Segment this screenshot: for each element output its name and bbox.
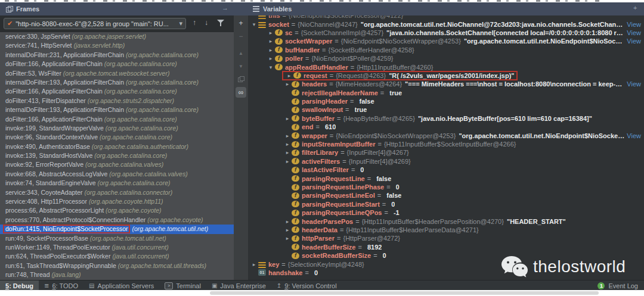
- tree-expand-icon[interactable]: ▸: [285, 73, 293, 79]
- stack-frame-row[interactable]: doFilter:166, ApplicationFilterChain (or…: [0, 60, 234, 68]
- tree-expand-icon[interactable]: ▸: [267, 30, 275, 36]
- stack-frame-row[interactable]: doFilter:166, ApplicationFilterChain (or…: [0, 115, 234, 124]
- statusbar-toolwindow-button[interactable]: ≣ 6: TODO: [39, 281, 83, 290]
- stack-frame-row[interactable]: internalDoFilter:231, ApplicationFilterC…: [0, 51, 234, 60]
- add-watch-button[interactable]: +: [236, 18, 246, 29]
- stack-frame-row[interactable]: invoke:668, AbstractAccessLogValve (org.…: [0, 170, 234, 179]
- next-frame-button[interactable]: ↓: [202, 18, 211, 27]
- variable-row[interactable]: ▸ f headers = {MimeHeaders@4264} "=== Mi…: [248, 80, 644, 88]
- statusbar-toolwindow-button[interactable]: ▤ Application Servers: [83, 281, 159, 290]
- tree-expand-icon[interactable]: ▸: [250, 261, 258, 267]
- stack-frame-row[interactable]: doRun:1415, NioEndpoint$SocketProcessor …: [0, 225, 234, 233]
- tree-expand-icon[interactable]: ▸: [283, 158, 292, 164]
- stack-frame-row[interactable]: run:61, TaskThread$WrappingRunnable (org…: [0, 261, 234, 270]
- frames-float-icon[interactable]: →: [222, 4, 228, 11]
- stack-frame-row[interactable]: run:49, SocketProcessorBase (org.apache.…: [0, 234, 234, 243]
- tree-expand-icon[interactable]: ▸: [283, 81, 292, 87]
- variables-float-icon[interactable]: +: [633, 4, 637, 11]
- stack-frame-row[interactable]: service:741, HttpServlet (javax.servlet.…: [0, 41, 234, 50]
- variable-row[interactable]: f parsingRequestLineEol = false: [248, 191, 644, 200]
- variable-row[interactable]: ▸ f wrapper = {NioEndpoint$NioSocketWrap…: [248, 131, 644, 139]
- tree-expand-icon[interactable]: ▾: [250, 21, 258, 27]
- variable-row[interactable]: ▸ f poller = {NioEndpoint$Poller@4259}: [248, 54, 644, 63]
- stack-frame-row[interactable]: invoke:74, StandardEngineValve (org.apac…: [0, 179, 234, 188]
- move-up-button[interactable]: ▲: [236, 48, 246, 58]
- variable-row[interactable]: ▾ socket = {NioChannel@4247} "org.apache…: [248, 20, 644, 28]
- tree-expand-icon[interactable]: ▸: [283, 133, 292, 139]
- variable-row[interactable]: ▸ f socketWrapper = {NioEndpoint$NioSock…: [248, 37, 644, 45]
- variable-row[interactable]: ▸ f httpParser = {HttpParser@4272}: [248, 234, 644, 242]
- stack-frame-row[interactable]: service:408, Http11Processor (org.apache…: [0, 197, 234, 206]
- tree-expand-icon[interactable]: ▸: [283, 141, 292, 147]
- variable-row[interactable]: f lastActiveFilter = 0: [248, 166, 644, 174]
- view-link[interactable]: View: [624, 21, 644, 28]
- stack-frame-row[interactable]: run:624, ThreadPoolExecutor$Worker (java…: [0, 252, 234, 261]
- filter-frames-icon[interactable]: [217, 20, 224, 26]
- variable-row[interactable]: ▸ f filterLibrary = {InputFilter[4]@4267…: [248, 148, 644, 157]
- variable-row[interactable]: ▸ f inputStreamInputBuffer = {Http11Inpu…: [248, 140, 644, 148]
- statusbar-toolwindow-button[interactable]: ▣ Java Enterprise: [206, 281, 271, 290]
- tree-expand-icon[interactable]: ▸: [267, 55, 275, 61]
- tree-expand-icon[interactable]: ▸: [283, 116, 292, 121]
- event-log-area[interactable]: 1 Event Log: [597, 282, 644, 289]
- statusbar-toolwindow-button[interactable]: ↥ 9: Version Control: [271, 281, 342, 290]
- view-link[interactable]: View: [624, 132, 644, 139]
- tree-expand-icon[interactable]: ▸: [283, 227, 292, 233]
- view-link[interactable]: View: [624, 29, 644, 36]
- stack-frame-row[interactable]: service:330, JspServlet (org.apache.jasp…: [0, 32, 234, 41]
- tree-expand-icon[interactable]: ▾: [267, 64, 275, 70]
- variable-row[interactable]: f parsingRequestLine = false: [248, 174, 644, 182]
- variable-value: false: [376, 175, 391, 182]
- stack-frame-row[interactable]: invoke:139, StandardHostValve (org.apach…: [0, 151, 234, 160]
- variable-row-content: f parsingRequestLineStart = 0: [283, 201, 644, 208]
- variable-row[interactable]: ▸ f activeFilters = {InputFilter[4]@4269…: [248, 157, 644, 166]
- remove-watch-button[interactable]: −: [236, 31, 246, 42]
- variable-row[interactable]: ▸ f byteBuffer = {HeapByteBuffer@4265} "…: [248, 114, 644, 123]
- stack-frame-row[interactable]: process:66, AbstractProcessorLight (org.…: [0, 206, 234, 215]
- stack-frame-row[interactable]: internalDoFilter:193, ApplicationFilterC…: [0, 78, 234, 87]
- variable-row[interactable]: ▸ f bufHandler = {SocketBufferHandler@42…: [248, 46, 644, 54]
- variable-row[interactable]: f parsingRequestLineStart = 0: [248, 200, 644, 208]
- variable-row[interactable]: f parsingRequestLinePhase = 0: [248, 183, 644, 191]
- variable-row[interactable]: ▸ f headerParsePos = {Http11InputBuffer$…: [248, 217, 644, 225]
- variable-row[interactable]: ▸ f sc = {SocketChannelImpl@4257} "java.…: [248, 29, 644, 37]
- stack-frame-row[interactable]: run:748, Thread (java.lang): [0, 270, 234, 279]
- stack-frame-row[interactable]: invoke:199, StandardWrapperValve (org.ap…: [0, 124, 234, 133]
- variable-row[interactable]: f swallowInput = true: [248, 105, 644, 114]
- variable-row[interactable]: f parsingRequestLineQPos = -1: [248, 208, 644, 217]
- tree-expand-icon[interactable]: ▸: [267, 38, 275, 44]
- view-link[interactable]: View: [624, 38, 644, 45]
- variable-row[interactable]: f rejectIllegalHeaderName = true: [248, 89, 644, 97]
- tree-expand-icon[interactable]: ▸: [283, 235, 292, 241]
- prev-frame-button[interactable]: ↑: [190, 18, 199, 27]
- variable-row[interactable]: f headerBufferSize = 8192: [248, 243, 644, 251]
- stack-frame-row[interactable]: runWorker:1149, ThreadPoolExecutor (java…: [0, 243, 234, 252]
- tree-expand-icon[interactable]: ▸: [267, 47, 275, 53]
- tree-expand-icon[interactable]: ▸: [283, 219, 292, 225]
- variable-row[interactable]: this = {NioEndpoint$SocketProcessor@4122…: [248, 15, 644, 20]
- stack-frame-row[interactable]: process:770, AbstractProtocol$Connection…: [0, 216, 234, 225]
- duplicate-watch-icon[interactable]: [236, 74, 246, 85]
- stack-frame-row[interactable]: invoke:490, AuthenticatorBase (org.apach…: [0, 142, 234, 151]
- stack-frame-row[interactable]: doFilter:53, WsFilter (org.apache.tomcat…: [0, 69, 234, 78]
- variable-row[interactable]: ▾ f appReadBufHandler = {Http11InputBuff…: [248, 63, 644, 71]
- variable-row[interactable]: f end = 610: [248, 123, 644, 131]
- stack-frame-row[interactable]: internalDoFilter:193, ApplicationFilterC…: [0, 105, 234, 114]
- variable-row[interactable]: ▸ f headerData = {Http11InputBuffer$Head…: [248, 226, 644, 234]
- view-link[interactable]: View: [624, 80, 644, 88]
- move-down-button[interactable]: ▼: [236, 61, 246, 71]
- equals-sign: =: [386, 183, 390, 191]
- tree-expand-icon[interactable]: ▸: [283, 149, 292, 155]
- stack-frame-row[interactable]: invoke:92, ErrorReportValve (org.apache.…: [0, 160, 234, 169]
- stack-frame-row[interactable]: service:343, CoyoteAdapter (org.apache.c…: [0, 188, 234, 197]
- statusbar-toolwindow-button[interactable]: 5: Debug: [0, 281, 39, 290]
- stack-frame-row[interactable]: doFilter:413, FilterDispatcher (org.apac…: [0, 96, 234, 105]
- variable-row[interactable]: ▸ f request = {Request@4263} "R( /s2vuls…: [248, 71, 644, 80]
- page-scrollbar[interactable]: [210, 291, 599, 295]
- mute-renderers-button[interactable]: ∞: [236, 87, 246, 98]
- variable-row[interactable]: f parsingHeader = false: [248, 97, 644, 105]
- stack-frame-row[interactable]: invoke:96, StandardContextValve (org.apa…: [0, 133, 234, 142]
- statusbar-toolwindow-button[interactable]: > Terminal: [159, 281, 206, 290]
- thread-selector[interactable]: ✔ "http-nio-8080-exec-6"@2,528 in group …: [4, 18, 186, 29]
- stack-frame-row[interactable]: doFilter:166, ApplicationFilterChain (or…: [0, 87, 234, 96]
